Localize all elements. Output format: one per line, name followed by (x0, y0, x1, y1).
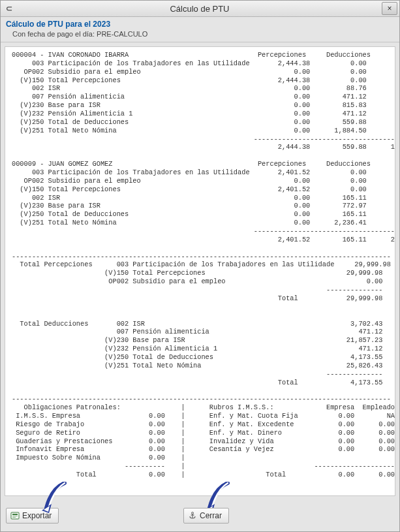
svg-rect-4 (12, 516, 18, 516)
report-content: 000004 - IVAN CORONADO IBARRA Percepcion… (5, 46, 395, 496)
export-button-label: Exportar (22, 511, 52, 520)
svg-rect-3 (12, 514, 18, 515)
app-icon: ⊂ (5, 4, 14, 13)
title-bar: ⊂ Cálculo de PTU × (1, 1, 399, 17)
svg-rect-5 (12, 517, 16, 518)
window-frame: ⊂ Cálculo de PTU × Cálculo de PTU para e… (0, 0, 400, 532)
window-title: Cálculo de PTU (18, 4, 382, 14)
export-icon (10, 511, 20, 520)
anchor-icon (188, 511, 197, 520)
footer-bar: Exportar Cerrar (1, 500, 399, 531)
header-subtitle: Con fecha de pago el día: PRE-CALCULO (12, 30, 394, 38)
export-button[interactable]: Exportar (6, 508, 59, 524)
close-icon[interactable]: × (382, 2, 397, 15)
close-button[interactable]: Cerrar (183, 508, 229, 524)
svg-point-8 (192, 512, 194, 514)
close-button-label: Cerrar (200, 511, 222, 520)
header-panel: Cálculo de PTU para el 2023 Con fecha de… (1, 17, 399, 42)
header-title: Cálculo de PTU para el 2023 (6, 20, 394, 29)
